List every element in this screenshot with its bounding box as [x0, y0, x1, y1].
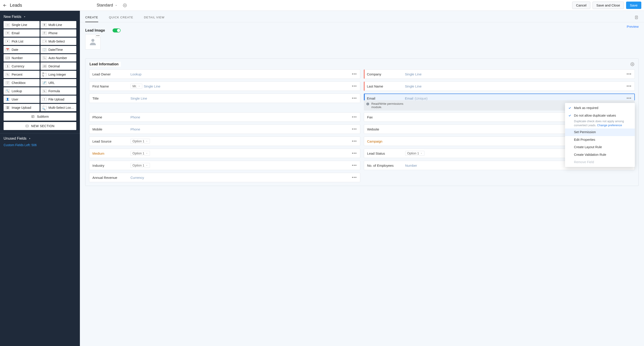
field-type-multi-select-look-[interactable]: ⋮🔍Multi-Select Look… — [40, 104, 76, 111]
field-type-icon: ⭱ — [42, 98, 47, 101]
field-phone[interactable]: PhonePhone••• — [89, 112, 360, 122]
form-settings-icon[interactable] — [634, 15, 639, 19]
tab-detail-view[interactable]: DETAIL VIEW — [144, 14, 164, 22]
lead-image-more-icon[interactable]: ••• — [95, 34, 101, 38]
field-type: Single Line — [405, 72, 422, 76]
menu-mark-required[interactable]: Mark as required — [565, 104, 635, 112]
save-button[interactable]: Save — [626, 2, 641, 9]
field-company[interactable]: CompanySingle Line••• — [364, 70, 635, 79]
tab-quick-create[interactable]: QUICK CREATE — [109, 14, 133, 22]
new-fields-label: New Fields — [4, 15, 21, 19]
subform-chip[interactable]: Subform — [4, 112, 76, 121]
field-type-long-integer[interactable]: 9…9Long Integer — [40, 71, 76, 78]
salutation-picker[interactable]: Mr. — [130, 84, 142, 89]
svg-point-0 — [124, 5, 126, 6]
field-more-icon[interactable]: ••• — [626, 72, 632, 76]
field-more-icon[interactable]: ••• — [351, 164, 358, 168]
picklist-default[interactable]: Option 1 — [130, 151, 150, 156]
field-type: Phone — [130, 115, 140, 119]
menu-create-layout-rule[interactable]: Create Layout Rule — [565, 144, 635, 151]
field-type-label: Date/Time — [48, 48, 63, 52]
field-type: Number — [405, 164, 417, 168]
field-more-icon[interactable]: ••• — [351, 139, 358, 143]
field-more-icon[interactable]: ••• — [351, 96, 358, 100]
cancel-button[interactable]: Cancel — [572, 2, 590, 9]
menu-create-validation-rule[interactable]: Create Validation Rule — [565, 151, 635, 159]
field-lead-owner[interactable]: Lead OwnerLookup••• — [89, 70, 360, 79]
field-type-icon: 1₂ — [42, 56, 47, 60]
field-type-decimal[interactable]: .00Decimal — [40, 62, 76, 70]
field-type-pick-list[interactable]: ▾Pick List — [4, 38, 40, 45]
field-type: Single Line — [144, 84, 160, 88]
field-type-icon: 👤 — [5, 98, 10, 101]
field-type-checkbox[interactable]: ☑Checkbox — [4, 79, 40, 86]
field-type-lookup[interactable]: 🔍Lookup — [4, 87, 40, 95]
field-annual-revenue[interactable]: Annual RevenueCurrency••• — [89, 173, 360, 182]
field-type-multi-select[interactable]: ⋮≡Multi-Select — [40, 38, 76, 45]
field-type-email[interactable]: ✉Email — [4, 29, 40, 37]
field-type-auto-number[interactable]: 1₂Auto-Number — [40, 54, 76, 62]
menu-no-duplicates[interactable]: Do not allow duplicate values — [565, 112, 635, 120]
change-preference-link[interactable]: Change preference — [597, 124, 622, 127]
layout-picker[interactable]: Standard — [97, 3, 118, 8]
field-type-icon: 🔍 — [5, 90, 10, 93]
field-type-label: Multi-Select — [48, 40, 65, 43]
field-type-image-upload[interactable]: 🖼Image Upload — [4, 104, 40, 111]
field-title[interactable]: TitleSingle Line••• — [89, 94, 360, 103]
field-more-icon[interactable]: ••• — [351, 151, 358, 155]
field-type-label: Multi-Select Look… — [48, 106, 75, 110]
picklist-default[interactable]: Option 1 — [130, 139, 150, 144]
picklist-default[interactable]: Option 1 — [130, 163, 150, 168]
field-type-multi-line[interactable]: ≣Multi-Line — [40, 21, 76, 28]
field-more-icon[interactable]: ••• — [351, 176, 358, 180]
field-mobile[interactable]: MobilePhone••• — [89, 124, 360, 134]
field-first-name[interactable]: First NameMr. Single Line••• — [89, 82, 360, 91]
field-type-icon: 🔗 — [42, 81, 47, 84]
field-more-icon[interactable]: ••• — [351, 127, 358, 131]
field-type-icon: ✆ — [42, 32, 47, 35]
field-last-name[interactable]: Last NameSingle Line••• — [364, 82, 635, 91]
field-type-date-time[interactable]: 🕒Date/Time — [40, 46, 76, 53]
section-settings-gear-icon[interactable] — [630, 62, 634, 66]
unused-fields-heading[interactable]: Unused Fields — [4, 136, 76, 142]
field-more-icon[interactable]: ••• — [626, 96, 632, 100]
menu-remove-field: Remove Field — [565, 158, 635, 166]
field-type-formula[interactable]: fxFormula — [40, 87, 76, 95]
field-type-label: Multi-Line — [48, 23, 62, 27]
new-fields-heading[interactable]: New Fields — [4, 14, 76, 21]
field-type-number[interactable]: 123Number — [4, 54, 40, 62]
field-lead-source[interactable]: Lead SourceOption 1 ••• — [89, 136, 360, 146]
field-type-user[interactable]: 👤User — [4, 96, 40, 103]
field-industry[interactable]: IndustryOption 1 ••• — [89, 161, 360, 170]
field-type-percent[interactable]: %Percent — [4, 71, 40, 78]
picklist-default[interactable]: Option 1 — [405, 151, 425, 156]
back-arrow-icon[interactable] — [3, 3, 7, 8]
field-type-label: Lookup — [12, 89, 22, 93]
field-more-icon[interactable]: ••• — [626, 84, 632, 88]
field-type-url[interactable]: 🔗URL — [40, 79, 76, 86]
save-and-close-button[interactable]: Save and Close — [592, 2, 624, 9]
field-type-icon: ☑ — [5, 81, 10, 84]
field-type-single-line[interactable]: ▭Single Line — [4, 21, 40, 28]
new-section-chip[interactable]: NEW SECTION — [4, 122, 76, 130]
lead-image-placeholder[interactable]: ••• — [85, 34, 100, 50]
field-type-phone[interactable]: ✆Phone — [40, 29, 76, 37]
field-type-label: URL — [48, 81, 55, 84]
preview-link[interactable]: Preview — [627, 24, 639, 28]
field-type-currency[interactable]: $Currency — [4, 62, 40, 70]
field-more-icon[interactable]: ••• — [351, 72, 358, 76]
field-medium[interactable]: MediumOption 1 ••• — [89, 148, 360, 158]
field-more-icon[interactable]: ••• — [351, 115, 358, 119]
field-type-icon: ≣ — [42, 23, 47, 26]
lead-image-toggle[interactable] — [112, 28, 120, 32]
field-type-date[interactable]: 📅Date — [4, 46, 40, 53]
field-more-icon[interactable]: ••• — [351, 84, 358, 88]
field-type-file-upload[interactable]: ⭱File Upload — [40, 96, 76, 103]
section-title[interactable]: Lead Information — [90, 62, 121, 67]
layout-settings-gear-icon[interactable] — [123, 3, 127, 8]
chevron-right-icon — [28, 137, 31, 140]
tab-create[interactable]: CREATE — [85, 14, 98, 22]
menu-set-permission[interactable]: Set Permission — [565, 128, 635, 136]
menu-edit-properties[interactable]: Edit Properties — [565, 136, 635, 144]
field-type: Single Line — [405, 84, 422, 88]
